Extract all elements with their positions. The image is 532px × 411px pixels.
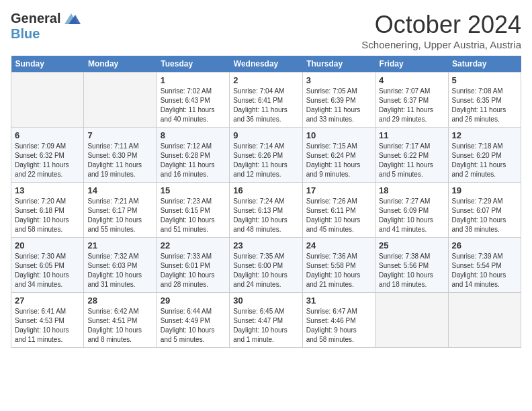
week-row-4: 20Sunrise: 7:30 AM Sunset: 6:05 PM Dayli… [11,238,521,293]
day-number: 7 [87,130,152,140]
week-row-5: 27Sunrise: 6:41 AM Sunset: 4:53 PM Dayli… [11,293,521,348]
day-info: Sunrise: 7:36 AM Sunset: 5:58 PM Dayligh… [306,252,371,289]
month-title: October 2024 [361,11,521,39]
day-info: Sunrise: 7:26 AM Sunset: 6:11 PM Dayligh… [306,197,371,234]
day-info: Sunrise: 7:39 AM Sunset: 5:54 PM Dayligh… [452,252,517,289]
day-info: Sunrise: 7:07 AM Sunset: 6:37 PM Dayligh… [379,87,444,124]
day-number: 11 [379,130,444,140]
calendar-cell: 21Sunrise: 7:32 AM Sunset: 6:03 PM Dayli… [84,238,157,293]
day-info: Sunrise: 6:45 AM Sunset: 4:47 PM Dayligh… [233,307,298,345]
calendar-cell: 17Sunrise: 7:26 AM Sunset: 6:11 PM Dayli… [302,183,375,238]
calendar-cell: 22Sunrise: 7:33 AM Sunset: 6:01 PM Dayli… [157,238,229,293]
logo-icon [62,12,81,26]
calendar-cell: 16Sunrise: 7:24 AM Sunset: 6:13 PM Dayli… [230,183,302,238]
calendar-cell: 13Sunrise: 7:20 AM Sunset: 6:18 PM Dayli… [11,183,84,238]
calendar-cell: 20Sunrise: 7:30 AM Sunset: 6:05 PM Dayli… [11,238,84,293]
calendar-cell: 9Sunrise: 7:14 AM Sunset: 6:26 PM Daylig… [230,128,302,183]
calendar-cell: 10Sunrise: 7:15 AM Sunset: 6:24 PM Dayli… [302,128,375,183]
column-header-tuesday: Tuesday [157,56,229,73]
calendar-header-row: SundayMondayTuesdayWednesdayThursdayFrid… [11,56,521,73]
title-area: October 2024 Schoenering, Upper Austria,… [361,11,521,50]
logo: General Blue [11,11,81,42]
day-number: 1 [161,75,226,85]
day-number: 3 [306,75,371,85]
calendar-cell: 11Sunrise: 7:17 AM Sunset: 6:22 PM Dayli… [375,128,448,183]
calendar-cell: 31Sunrise: 6:47 AM Sunset: 4:46 PM Dayli… [302,293,375,348]
calendar-cell: 15Sunrise: 7:23 AM Sunset: 6:15 PM Dayli… [157,183,229,238]
day-info: Sunrise: 7:35 AM Sunset: 6:00 PM Dayligh… [233,252,298,289]
calendar-cell: 4Sunrise: 7:07 AM Sunset: 6:37 PM Daylig… [375,73,448,128]
day-info: Sunrise: 7:38 AM Sunset: 5:56 PM Dayligh… [379,252,444,289]
day-info: Sunrise: 7:05 AM Sunset: 6:39 PM Dayligh… [306,87,371,124]
column-header-friday: Friday [375,56,448,73]
day-number: 15 [161,185,226,195]
day-number: 14 [87,185,152,195]
day-info: Sunrise: 6:47 AM Sunset: 4:46 PM Dayligh… [306,307,371,345]
day-info: Sunrise: 7:04 AM Sunset: 6:41 PM Dayligh… [233,87,298,124]
day-info: Sunrise: 7:02 AM Sunset: 6:43 PM Dayligh… [161,87,226,124]
column-header-saturday: Saturday [448,56,521,73]
week-row-1: 1Sunrise: 7:02 AM Sunset: 6:43 PM Daylig… [11,73,521,128]
day-info: Sunrise: 6:42 AM Sunset: 4:51 PM Dayligh… [87,307,152,345]
day-number: 6 [15,130,80,140]
day-info: Sunrise: 7:08 AM Sunset: 6:35 PM Dayligh… [452,87,517,124]
day-info: Sunrise: 7:23 AM Sunset: 6:15 PM Dayligh… [161,197,226,234]
day-info: Sunrise: 7:27 AM Sunset: 6:09 PM Dayligh… [379,197,444,234]
day-number: 10 [306,130,371,140]
week-row-3: 13Sunrise: 7:20 AM Sunset: 6:18 PM Dayli… [11,183,521,238]
calendar-cell: 25Sunrise: 7:38 AM Sunset: 5:56 PM Dayli… [375,238,448,293]
day-info: Sunrise: 7:18 AM Sunset: 6:20 PM Dayligh… [452,142,517,179]
calendar-cell: 24Sunrise: 7:36 AM Sunset: 5:58 PM Dayli… [302,238,375,293]
day-info: Sunrise: 7:32 AM Sunset: 6:03 PM Dayligh… [87,252,152,289]
day-number: 26 [452,240,517,250]
calendar-cell: 29Sunrise: 6:44 AM Sunset: 4:49 PM Dayli… [157,293,229,348]
day-number: 21 [87,240,152,250]
calendar-cell [11,73,84,128]
day-info: Sunrise: 7:20 AM Sunset: 6:18 PM Dayligh… [15,197,80,234]
day-info: Sunrise: 7:33 AM Sunset: 6:01 PM Dayligh… [161,252,226,289]
day-info: Sunrise: 7:30 AM Sunset: 6:05 PM Dayligh… [15,252,80,289]
day-number: 28 [87,295,152,306]
calendar-cell: 27Sunrise: 6:41 AM Sunset: 4:53 PM Dayli… [11,293,84,348]
day-number: 20 [15,240,80,250]
day-number: 27 [15,295,80,306]
day-info: Sunrise: 7:29 AM Sunset: 6:07 PM Dayligh… [452,197,517,234]
calendar-table: SundayMondayTuesdayWednesdayThursdayFrid… [11,56,521,348]
day-number: 30 [233,295,298,306]
day-info: Sunrise: 6:44 AM Sunset: 4:49 PM Dayligh… [161,307,226,345]
column-header-monday: Monday [84,56,157,73]
calendar-cell: 12Sunrise: 7:18 AM Sunset: 6:20 PM Dayli… [448,128,521,183]
calendar-cell: 1Sunrise: 7:02 AM Sunset: 6:43 PM Daylig… [157,73,229,128]
week-row-2: 6Sunrise: 7:09 AM Sunset: 6:32 PM Daylig… [11,128,521,183]
calendar-cell [448,293,521,348]
calendar-cell: 2Sunrise: 7:04 AM Sunset: 6:41 PM Daylig… [230,73,302,128]
day-number: 29 [161,295,226,306]
day-number: 24 [306,240,371,250]
day-number: 4 [379,75,444,85]
day-number: 5 [452,75,517,85]
day-number: 18 [379,185,444,195]
day-info: Sunrise: 7:12 AM Sunset: 6:28 PM Dayligh… [161,142,226,179]
day-number: 25 [379,240,444,250]
day-info: Sunrise: 7:09 AM Sunset: 6:32 PM Dayligh… [15,142,80,179]
page-header: General Blue October 2024 Schoenering, U… [11,11,521,50]
day-info: Sunrise: 7:11 AM Sunset: 6:30 PM Dayligh… [87,142,152,179]
day-number: 12 [452,130,517,140]
day-info: Sunrise: 7:14 AM Sunset: 6:26 PM Dayligh… [233,142,298,179]
day-info: Sunrise: 7:21 AM Sunset: 6:17 PM Dayligh… [87,197,152,234]
calendar-cell: 23Sunrise: 7:35 AM Sunset: 6:00 PM Dayli… [230,238,302,293]
logo-blue-text: Blue [11,26,40,42]
column-header-wednesday: Wednesday [230,56,302,73]
day-number: 8 [161,130,226,140]
day-number: 31 [306,295,371,306]
day-info: Sunrise: 7:15 AM Sunset: 6:24 PM Dayligh… [306,142,371,179]
day-info: Sunrise: 7:17 AM Sunset: 6:22 PM Dayligh… [379,142,444,179]
calendar-cell: 7Sunrise: 7:11 AM Sunset: 6:30 PM Daylig… [84,128,157,183]
calendar-cell: 30Sunrise: 6:45 AM Sunset: 4:47 PM Dayli… [230,293,302,348]
calendar-cell [375,293,448,348]
day-number: 13 [15,185,80,195]
calendar-cell: 5Sunrise: 7:08 AM Sunset: 6:35 PM Daylig… [448,73,521,128]
day-number: 17 [306,185,371,195]
calendar-cell: 26Sunrise: 7:39 AM Sunset: 5:54 PM Dayli… [448,238,521,293]
day-number: 19 [452,185,517,195]
